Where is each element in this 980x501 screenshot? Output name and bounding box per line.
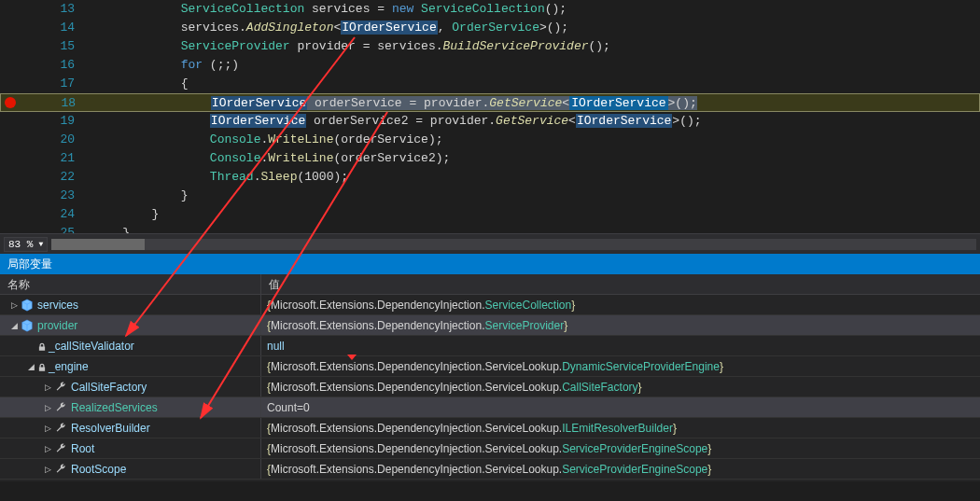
expand-toggle[interactable]: ▷ xyxy=(41,383,54,392)
code-content[interactable]: } xyxy=(93,224,130,233)
code-line-15[interactable]: 15 ServiceProvider provider = services.B… xyxy=(0,37,980,56)
zoom-bar: 83 % ▼ xyxy=(0,233,980,254)
code-line-14[interactable]: 14 services.AddSingleton<IOrderService, … xyxy=(0,19,980,37)
var-name: ResolverBuilder xyxy=(71,422,150,435)
breakpoint-margin[interactable] xyxy=(1,94,20,111)
code-line-19[interactable]: 19 IOrderService orderService2 = provide… xyxy=(0,112,980,131)
var-value: {Microsoft.Extensions.DependencyInjectio… xyxy=(261,295,980,314)
code-line-17[interactable]: 17 { xyxy=(0,75,980,93)
var-row-ResolverBuilder[interactable]: ▷ResolverBuilder{Microsoft.Extensions.De… xyxy=(0,418,980,438)
expand-toggle[interactable]: ▷ xyxy=(41,444,54,453)
breakpoint-margin[interactable] xyxy=(0,112,19,131)
code-content[interactable]: Console.WriteLine(orderService); xyxy=(93,131,443,149)
var-name: services xyxy=(37,299,78,312)
line-number: 21 xyxy=(19,149,93,168)
expand-toggle[interactable]: ▷ xyxy=(7,300,21,310)
chevron-down-icon: ▼ xyxy=(38,240,43,248)
breakpoint-margin[interactable] xyxy=(0,205,19,224)
property-icon xyxy=(54,422,67,435)
code-content[interactable]: { xyxy=(93,75,188,93)
grid-header: 名称 值 xyxy=(0,274,980,295)
code-content[interactable]: } xyxy=(93,187,188,205)
var-value: {Microsoft.Extensions.DependencyInjectio… xyxy=(261,356,980,376)
object-icon xyxy=(21,319,34,332)
var-value: {Microsoft.Extensions.DependencyInjectio… xyxy=(261,418,980,438)
var-name: CallSiteFactory xyxy=(71,381,147,394)
var-row-CallSiteFactory[interactable]: ▷CallSiteFactory{Microsoft.Extensions.De… xyxy=(0,377,980,397)
var-value: null xyxy=(261,336,980,355)
code-content[interactable]: IOrderService orderService2 = provider.G… xyxy=(93,112,702,131)
var-value: {Microsoft.Extensions.DependencyInjectio… xyxy=(261,377,980,397)
line-number: 14 xyxy=(19,19,93,37)
line-number: 23 xyxy=(19,187,93,205)
var-name: provider xyxy=(37,319,77,332)
var-name: RootScope xyxy=(71,463,126,476)
line-number: 15 xyxy=(19,37,93,56)
var-row-provider[interactable]: ◢provider{Microsoft.Extensions.Dependenc… xyxy=(0,315,980,336)
scrollbar-thumb[interactable] xyxy=(51,239,145,250)
code-line-16[interactable]: 16 for (;;) xyxy=(0,56,980,75)
expand-toggle[interactable]: ▷ xyxy=(41,403,54,412)
var-row-RealizedServices[interactable]: ▷RealizedServicesCount = 0 xyxy=(0,397,980,418)
var-row-Root[interactable]: ▷Root{Microsoft.Extensions.DependencyInj… xyxy=(0,438,980,459)
locals-grid: 名称 值 ▷services{Microsoft.Extensions.Depe… xyxy=(0,274,980,481)
code-line-25[interactable]: 25 } xyxy=(0,224,980,233)
code-line-24[interactable]: 24 } xyxy=(0,205,980,224)
code-line-22[interactable]: 22 Thread.Sleep(1000); xyxy=(0,168,980,187)
zoom-dropdown[interactable]: 83 % ▼ xyxy=(4,237,48,252)
var-value: {Microsoft.Extensions.DependencyInjectio… xyxy=(261,315,980,335)
expand-toggle[interactable]: ▷ xyxy=(41,465,54,474)
code-line-21[interactable]: 21 Console.WriteLine(orderService2); xyxy=(0,149,980,168)
code-line-20[interactable]: 20 Console.WriteLine(orderService); xyxy=(0,131,980,149)
var-name: RealizedServices xyxy=(71,401,158,414)
breakpoint-margin[interactable] xyxy=(0,0,19,19)
breakpoint-margin[interactable] xyxy=(0,149,19,168)
breakpoint-margin[interactable] xyxy=(0,187,19,205)
breakpoint-icon[interactable] xyxy=(5,97,16,108)
breakpoint-margin[interactable] xyxy=(0,75,19,93)
code-content[interactable]: ServiceProvider provider = services.Buil… xyxy=(93,37,610,56)
var-name: Root xyxy=(71,442,94,455)
breakpoint-margin[interactable] xyxy=(0,131,19,149)
breakpoint-margin[interactable] xyxy=(0,19,19,37)
expand-toggle[interactable]: ▷ xyxy=(41,424,54,433)
line-number: 17 xyxy=(19,75,93,93)
code-line-23[interactable]: 23 } xyxy=(0,187,980,205)
property-icon xyxy=(54,463,67,476)
code-content[interactable]: for (;;) xyxy=(93,56,239,75)
expand-toggle[interactable]: ◢ xyxy=(24,362,37,371)
var-row-_engine[interactable]: ◢_engine{Microsoft.Extensions.Dependency… xyxy=(0,356,980,377)
breakpoint-margin[interactable] xyxy=(0,224,19,233)
var-row-services[interactable]: ▷services{Microsoft.Extensions.Dependenc… xyxy=(0,295,980,315)
var-value: {Microsoft.Extensions.DependencyInjectio… xyxy=(261,459,980,479)
code-content[interactable]: ServiceCollection services = new Service… xyxy=(93,0,567,19)
line-number: 20 xyxy=(19,131,93,149)
object-icon xyxy=(21,299,34,312)
private-field-icon xyxy=(37,341,47,351)
breakpoint-margin[interactable] xyxy=(0,37,19,56)
line-number: 19 xyxy=(19,112,93,131)
code-content[interactable]: Thread.Sleep(1000); xyxy=(93,168,348,187)
private-field-icon xyxy=(37,362,47,371)
line-number: 25 xyxy=(19,224,93,233)
code-line-18[interactable]: 18 IOrderService orderService = provider… xyxy=(0,93,980,112)
column-header-value[interactable]: 值 xyxy=(261,274,980,294)
horizontal-scrollbar[interactable] xyxy=(51,239,976,250)
var-name: _engine xyxy=(49,360,89,373)
breakpoint-margin[interactable] xyxy=(0,168,19,187)
grid-body: ▷services{Microsoft.Extensions.Dependenc… xyxy=(0,295,980,480)
var-value: {Microsoft.Extensions.DependencyInjectio… xyxy=(261,438,980,458)
var-row-RootScope[interactable]: ▷RootScope{Microsoft.Extensions.Dependen… xyxy=(0,459,980,480)
expand-toggle[interactable]: ◢ xyxy=(7,321,21,330)
breakpoint-margin[interactable] xyxy=(0,56,19,75)
code-line-13[interactable]: 13 ServiceCollection services = new Serv… xyxy=(0,0,980,19)
var-row-_callSiteValidator[interactable]: _callSiteValidatornull xyxy=(0,336,980,356)
code-content[interactable]: IOrderService orderService = provider.Ge… xyxy=(94,94,697,111)
code-editor[interactable]: 13 ServiceCollection services = new Serv… xyxy=(0,0,980,233)
code-content[interactable]: Console.WriteLine(orderService2); xyxy=(93,149,450,168)
locals-panel-header: 局部变量 xyxy=(0,254,980,274)
line-number: 13 xyxy=(19,0,93,19)
code-content[interactable]: } xyxy=(93,205,159,224)
code-content[interactable]: services.AddSingleton<IOrderService, Ord… xyxy=(93,19,568,37)
column-header-name[interactable]: 名称 xyxy=(0,274,261,294)
